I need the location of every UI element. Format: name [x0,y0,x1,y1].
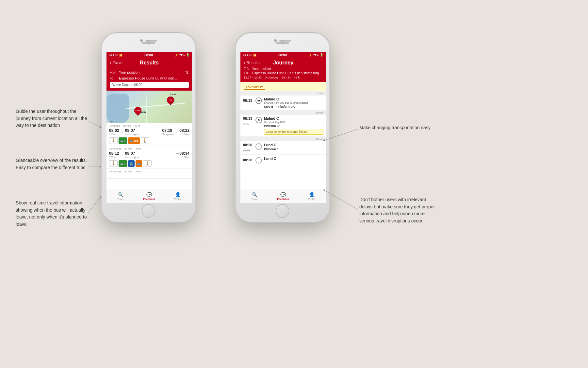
trip-item-3[interactable]: 3 changes 30 min 48 kr [106,169,192,178]
back-arrow-icon[interactable]: ‹ [110,60,111,65]
journey-back-arrow[interactable]: ‹ [244,60,245,65]
phone-results: ●●●○○ 📶 08:00 ⚡ 77% 🔋 ‹ Travel Results F… [101,33,196,222]
stop2-time: 08:13 [243,116,253,120]
home-button-1[interactable] [142,204,155,218]
trip2-depart: 08:12 950 m [109,151,119,159]
trip2-arr: →08:34 100 m [175,151,189,159]
camera-dot-2 [274,39,277,42]
trip-item-2[interactable]: 2 changes 22 min 48 kr 08:12 950 m → 08:… [106,146,192,168]
stop3-name: Lund C [264,143,323,147]
battery-pct: 77% [179,54,185,57]
stop1-name: Malmö C [264,97,323,101]
trip1-arr-dist: 100 m [182,133,189,136]
journey-back-label[interactable]: Results [247,61,260,65]
trip2-arr-time: →08:34 [175,151,189,156]
trip3-duration: 30 min [124,170,132,173]
trip2-changes: 2 changes [109,147,121,150]
bluetooth-icon-2: ⚡ [309,54,312,57]
battery-icon-2: 🔋 [320,53,323,57]
status-left: ●●●○○ 📶 [109,53,122,57]
duration-1min: 1 min [240,91,326,96]
circle-icon-2 [255,157,262,164]
to-value[interactable]: Espresso House Lund C, Knut den... [119,76,189,80]
annotation-realtime: Show real time travel information, showi… [16,200,89,228]
trip2-duration: 22 min [124,147,132,150]
stop-lund-row: 08:28 08:05 ○ Lund C Platform 6 [243,143,323,153]
journey-app-header: ‹ Results Journey Från Your position Til… [240,58,326,82]
trip2-mid-place: Linnévägen [125,156,174,159]
bus-icon: 🚌 [120,139,123,142]
annotation-guide-user: Guide the user throughout the journey fr… [16,108,88,129]
trip-item-1[interactable]: 1 change 20 min 48 kr 08:02 150 m → 08:0… [106,123,192,146]
journey-from-label: Från [244,67,252,71]
trip1-arr1-place: Storgatan [162,133,174,136]
battery-icon: 🔋 [186,53,189,57]
feedback-tab-icon: 💬 [146,192,152,197]
map-area[interactable]: Malm Lund From To Google [106,91,192,123]
journey-duration: 16 min [282,76,291,79]
travel-tab-icon-2: 🔍 [252,192,257,197]
speaker-grille-2 [279,40,291,42]
tab-profile[interactable]: 👤 Profile [164,192,192,201]
stop4-name: Lund C [264,157,276,161]
tab-travel-label: Travel [117,198,124,201]
tab-feedback[interactable]: 💬 Feedback [135,192,163,201]
trip2-bus: 🚌 [136,160,142,167]
stop-lund-4: 08:28 Lund C [240,155,326,165]
trip1-bus155: 🚌155 [128,137,139,144]
wifi-icon-2: 📶 [253,54,256,57]
journey-from-value: Your position [252,67,271,71]
annotation-2-text: Glanceable overview of the results. Easy… [16,158,87,170]
stop1-platform2: Platform 3A [278,105,295,108]
annotation-glanceable: Glanceable overview of the results. Easy… [16,157,88,171]
tab-feedback-label: Feedback [143,198,155,201]
trip3-price: 48 kr [136,170,141,173]
battery-pct-2: 77% [313,54,318,57]
bus3-num: 7 [124,162,125,165]
tab-travel-2[interactable]: 🔍 Travel [240,192,269,201]
circle-icon: ○ [255,143,262,150]
trip1-changes: 1 change [109,124,120,127]
stop4-row: 08:28 Lund C [243,157,323,164]
from-row: From Your position ⇅ [110,70,189,75]
trip1-arrow2: → [175,130,178,134]
status-bar-journey: ●●●○○ 📶 08:00 ⚡ 77% 🔋 [240,52,326,58]
camera-dot [140,39,143,42]
stop4-details: Lund C [264,157,276,161]
stop1-time: 08:13 [243,98,252,102]
profile-tab-icon-2: 👤 [309,192,315,197]
feedback-tab-icon-2: 💬 [280,192,286,197]
stop1-platform: Stop B [264,105,273,108]
home-button-2[interactable] [276,204,289,218]
tab-travel[interactable]: 🔍 Travel [106,192,135,201]
swap-icon[interactable]: ⇅ [185,70,189,75]
tab-bar-results: 🔍 Travel 💬 Feedback 👤 Profile [106,189,192,203]
back-label[interactable]: Travel [113,61,123,65]
trip1-depart: 08:02 150 m [109,128,119,136]
to-label: To [110,77,119,80]
stop3-details: Lund C Platform 6 [264,143,323,151]
journey-to-value: Espresso House Lund C, Knut den stores t… [252,71,319,75]
tab-feedback-2[interactable]: 💬 Feedback [269,192,297,201]
trip1-walk1: 🚶 [109,137,118,144]
stop1-platform-row: Stop B → Platform 3A [264,105,323,108]
trip2-bus7: 🚌7 [119,160,127,167]
duration-15min: 15 min [240,137,326,141]
from-value[interactable]: Your position [119,70,185,74]
stop3-time-col: 08:28 08:05 [243,143,253,153]
stop3-platform: Platform 6 [264,148,323,151]
annotation-1-text: Guide the user throughout the journey fr… [16,109,87,128]
stop2-details: Malmö C Öresundståg 1052 Platform 3A Lon… [264,116,323,135]
stop2-platform: Platform 3A [264,124,323,128]
stop1-details: Malmö C Change from City bus to Öresunds… [264,97,323,108]
trip3-meta: 3 changes 30 min 48 kr [106,169,192,173]
tab-profile-2[interactable]: 👤 Profile [298,192,326,201]
trip2-mid-time: 08:07 [125,151,174,156]
phone-top-bar [140,39,157,42]
profile-tab-icon: 👤 [175,192,181,197]
trip-list: 1 change 20 min 48 kr 08:02 150 m → 08:0… [106,123,192,179]
app-header-results: ‹ Travel Results [106,58,192,68]
platform-arrow: → [274,105,277,108]
when-bar[interactable]: When Departs 08:00 [110,82,189,88]
annotation-3-text: Show real time travel information, showi… [16,200,87,227]
